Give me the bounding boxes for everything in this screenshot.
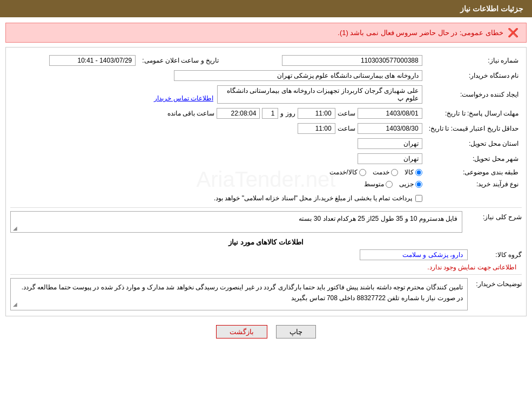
checkbox-label: پرداخت تمام یا بخشی از مبلغ خرید،از محل … — [214, 194, 412, 202]
sharhKoli-text: فایل هدستروم 10 و 35 طول 25از 25 هرکدام … — [299, 215, 457, 222]
navFarayand-motavasset-label: متوسط — [364, 180, 384, 188]
mohlat-mande-label: ساعت باقی مانده — [167, 110, 215, 117]
mohlat-value: 1403/08/01 ساعت 11:00 روز و 1 22:08:04 س… — [10, 106, 426, 121]
mohlat-date-field: 1403/08/01 — [358, 108, 422, 119]
row-mohlat: مهلت ارسال پاسخ: تا تاریخ: 1403/08/01 سا… — [10, 106, 522, 121]
error-bar: ❌ خطای عمومی: در حال حاضر سروس فعال نمی … — [5, 23, 527, 43]
mohlat-group: 1403/08/01 ساعت 11:00 روز و 1 22:08:04 س… — [14, 108, 422, 119]
hadaghal-value: 1403/08/30 ساعت 11:00 — [10, 121, 426, 136]
namDastgah-value: داروخانه های بیمارستانی دانشگاه علوم پزش… — [10, 68, 426, 83]
checkbox-cell: پرداخت تمام یا بخشی از مبلغ خرید،از محل … — [10, 190, 426, 204]
desc-arrow: ◢ — [13, 225, 17, 231]
back-button[interactable]: بازگشت — [216, 325, 267, 338]
mohlat-saat-label: ساعت — [338, 110, 355, 117]
hadaghal-label: حداقل تاریخ اعتبار قیمت: تا تاریخ: — [426, 121, 522, 136]
button-row: چاپ بازگشت — [0, 325, 532, 338]
separator-2 — [10, 274, 522, 275]
row-shahr: شهر محل تحویل: تهران — [10, 151, 522, 166]
tozi-text: تامین کنندگان محترم توجه داشته باشند پیش… — [22, 283, 463, 302]
tabaghe-radio-group: کالا خدمت کالا/خدمت — [14, 168, 422, 176]
tozi-box-wrap: تامین کنندگان محترم توجه داشته باشند پیش… — [10, 278, 468, 310]
mohlat-mande-field: 22:08:04 — [217, 108, 260, 119]
ostan-label: استان محل تحویل: — [426, 136, 522, 151]
tozi-label: توضیحات خریدار: — [468, 278, 522, 288]
navFarayand-label: نوع فرآیند خرید: — [426, 178, 522, 190]
page-title: جزئیات اطلاعات نیاز — [460, 4, 523, 13]
row-navFarayand: نوع فرآیند خرید: جزیی متوسط — [10, 178, 522, 190]
groupKala-row: گروه کالا: دارو، پزشکی و سلامت — [10, 249, 522, 260]
tabaghe-kalaKhedmat-item[interactable]: کالا/خدمت — [329, 168, 366, 176]
tarikh-value: 1403/07/29 - 10:41 — [10, 53, 139, 68]
sharhKoli-box: فایل هدستروم 10 و 35 طول 25از 25 هرکدام … — [10, 211, 462, 233]
tozi-box: تامین کنندگان محترم توجه داشته باشند پیش… — [10, 278, 468, 310]
noInfo-text: اطلاعاتی جهت نمایش وجود ندارد. — [10, 263, 522, 271]
mohlat-saat-field: 11:00 — [298, 108, 335, 119]
hadaghal-saat-label: ساعت — [338, 125, 355, 132]
tarikh-field: 1403/07/29 - 10:41 — [49, 55, 136, 66]
tabaghe-khedmat-label: خدمت — [373, 168, 389, 176]
tozi-arrow: ◢ — [13, 300, 17, 309]
mohlat-rooz-label: روز و — [280, 110, 295, 117]
row-tabaghe: طبقه بندی موضوعی: کالا خدمت — [10, 166, 522, 178]
row-hadaghal: حداقل تاریخ اعتبار قیمت: تا تاریخ: 1403/… — [10, 121, 522, 136]
row-shomareNiaz: شماره نیاز: 1103030577000388 تاریخ و ساع… — [10, 53, 522, 68]
mohlat-label: مهلت ارسال پاسخ: تا تاریخ: — [426, 106, 522, 121]
navFarayand-motavasset-item[interactable]: متوسط — [364, 180, 393, 188]
shahr-field: تهران — [358, 153, 422, 164]
error-message: خطای عمومی: در حال حاضر سروس فعال نمی با… — [338, 29, 503, 37]
mohlat-rooz-field: 1 — [262, 108, 278, 119]
page-wrapper: جزئیات اطلاعات نیاز ❌ خطای عمومی: در حال… — [0, 0, 532, 413]
shomareNiaz-value: 1103030577000388 — [222, 53, 426, 68]
error-icon: ❌ — [508, 28, 518, 38]
shomareNiaz-field: 1103030577000388 — [282, 55, 422, 66]
tabaghe-khedmat-item[interactable]: خدمت — [373, 168, 398, 176]
navFarayand-jozi-item[interactable]: جزیی — [399, 180, 422, 188]
ostan-field: تهران — [358, 138, 422, 149]
ostan-value: تهران — [10, 136, 426, 151]
tabaghe-kala-item[interactable]: کالا — [405, 168, 422, 176]
tozi-row: توضیحات خریدار: تامین کنندگان محترم توجه… — [10, 278, 522, 310]
khazane-checkbox[interactable] — [415, 195, 422, 202]
kalaInfo-title: اطلاعات کالاهای مورد نیاز — [10, 238, 522, 246]
tabaghe-label: طبقه بندی موضوعی: — [426, 166, 522, 178]
namDastgah-field: داروخانه های بیمارستانی دانشگاه علوم پزش… — [174, 70, 422, 81]
tabaghe-khedmat-radio[interactable] — [391, 169, 398, 176]
navFarayand-jozi-radio[interactable] — [415, 181, 422, 188]
tabaghe-kala-label: کالا — [405, 168, 414, 176]
print-button[interactable]: چاپ — [276, 325, 316, 338]
hadaghal-group: 1403/08/30 ساعت 11:00 — [14, 123, 422, 134]
row-checkbox: پرداخت تمام یا بخشی از مبلغ خرید،از محل … — [10, 190, 522, 204]
tabaghe-radios: کالا خدمت کالا/خدمت — [10, 166, 426, 178]
ijadKon-field: علی شهبازی گرجان کاربرداز تجهیزات داروخا… — [217, 85, 422, 104]
groupKala-label: گروه کالا: — [468, 251, 522, 259]
row-namDastgah: نام دستگاه خریدار: داروخانه های بیمارستا… — [10, 68, 522, 83]
main-form-section: AriaTender.net شماره نیاز: 1103030577000… — [5, 47, 527, 316]
hadaghal-date-field: 1403/08/30 — [358, 123, 422, 134]
row-ostan: استان محل تحویل: تهران — [10, 136, 522, 151]
groupKala-text: دارو، پزشکی و سلامت — [402, 251, 463, 259]
checkbox-label-cell — [426, 190, 522, 204]
tabaghe-kalaKhedmat-label: کالا/خدمت — [329, 168, 357, 176]
ijadKon-label: ایجاد کننده درخواست: — [426, 83, 522, 106]
navFarayand-radio-group: جزیی متوسط — [14, 180, 422, 188]
tabaghe-kala-radio[interactable] — [415, 169, 422, 176]
form-table: شماره نیاز: 1103030577000388 تاریخ و ساع… — [10, 53, 522, 204]
ijadKon-value: علی شهبازی گرجان کاربرداز تجهیزات داروخا… — [10, 83, 426, 106]
ijadKon-link[interactable]: اطلاعات تماس خریدار — [154, 94, 213, 102]
tarikh-label: تاریخ و ساعت اعلان عمومی: — [139, 53, 222, 68]
navFarayand-jozi-label: جزیی — [399, 180, 414, 188]
separator-1 — [10, 207, 522, 208]
checkbox-row: پرداخت تمام یا بخشی از مبلغ خرید،از محل … — [14, 194, 422, 202]
page-header: جزئیات اطلاعات نیاز — [0, 0, 532, 17]
navFarayand-motavasset-radio[interactable] — [386, 181, 393, 188]
groupKala-field: دارو، پزشکی و سلامت — [360, 249, 468, 260]
navFarayand-radios: جزیی متوسط — [10, 178, 426, 190]
sharhKoli-box-wrap: فایل هدستروم 10 و 35 طول 25از 25 هرکدام … — [10, 211, 462, 233]
shomareNiaz-label: شماره نیاز: — [426, 53, 522, 68]
sharhKoli-row: شرح کلی نیاز: فایل هدستروم 10 و 35 طول 2… — [10, 211, 522, 233]
shahr-value: تهران — [10, 151, 426, 166]
tabaghe-kalaKhedmat-radio[interactable] — [359, 169, 366, 176]
shahr-label: شهر محل تحویل: — [426, 151, 522, 166]
row-ijadKon: ایجاد کننده درخواست: علی شهبازی گرجان کا… — [10, 83, 522, 106]
namDastgah-label: نام دستگاه خریدار: — [426, 68, 522, 83]
